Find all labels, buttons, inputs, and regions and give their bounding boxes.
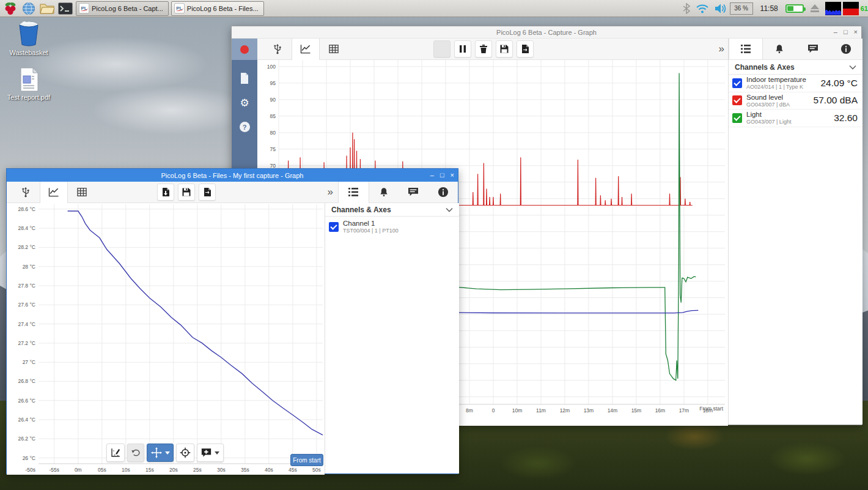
svg-text:26.2 °C: 26.2 °C <box>18 436 35 442</box>
battery-indicator[interactable] <box>785 4 804 13</box>
svg-text:26 °C: 26 °C <box>23 455 35 461</box>
volume-icon[interactable] <box>714 3 727 14</box>
tab-alarms[interactable] <box>763 39 796 59</box>
tab-notes[interactable] <box>399 182 428 203</box>
tab-info[interactable] <box>428 182 458 203</box>
files-window: PicoLog 6 Beta - Files - My first captur… <box>6 168 458 474</box>
bell-icon <box>774 43 785 54</box>
gear-icon[interactable]: ⚙ <box>240 98 249 108</box>
annotation-button[interactable] <box>197 444 224 462</box>
tab-devices[interactable] <box>12 182 40 203</box>
save-button[interactable] <box>496 40 513 58</box>
undo-icon <box>131 448 141 458</box>
svg-text:26.4 °C: 26.4 °C <box>18 417 35 423</box>
files-titlebar[interactable]: PicoLog 6 Beta - Files - My first captur… <box>7 169 458 182</box>
channel-row-sound-level[interactable]: Sound level GO043/007 | dBA 57.00 dBA <box>729 92 862 110</box>
edit-graph-button[interactable] <box>106 444 125 462</box>
tab-devices[interactable] <box>263 39 292 60</box>
taskbar-window-files[interactable]: PL PicoLog 6 Beta - Files... <box>171 1 264 16</box>
cpu-usage-indicator[interactable]: 36 % <box>730 2 753 15</box>
close-icon[interactable]: × <box>854 29 858 35</box>
file-manager-launcher[interactable] <box>39 1 55 16</box>
minimize-icon[interactable]: – <box>834 29 837 35</box>
channel-row-light[interactable]: Light GO043/007 | Light 32.60 <box>729 110 862 127</box>
channel-checkbox[interactable] <box>732 78 742 88</box>
tab-alarms[interactable] <box>369 182 399 203</box>
from-start-button[interactable]: From start <box>290 454 323 466</box>
clock[interactable]: 11:58 <box>760 4 778 13</box>
tab-graph[interactable] <box>40 182 68 203</box>
capture-titlebar[interactable]: PicoLog 6 Beta - Capture - Graph – □ × <box>232 26 861 39</box>
chevron-more-icon[interactable]: » <box>715 43 728 55</box>
tab-table[interactable] <box>68 182 96 203</box>
desktop-icon-wastebasket[interactable]: Wastebasket <box>1 20 56 56</box>
panel-header-label: Channels & Axes <box>331 206 391 214</box>
svg-text:35s: 35s <box>241 467 249 473</box>
channel-detail: GO043/007 | dBA <box>746 102 790 108</box>
raspberry-menu-icon[interactable] <box>2 1 18 16</box>
save-button[interactable] <box>178 184 195 201</box>
channel-row-channel-1[interactable]: Channel 1 TST00/004 | 1 | PT100 <box>325 217 459 236</box>
undo-button[interactable] <box>127 444 144 462</box>
svg-text:75: 75 <box>270 146 276 152</box>
minimize-icon[interactable]: – <box>430 172 434 179</box>
dropdown-caret-icon <box>165 451 170 455</box>
channel-row-indoor-temperature[interactable]: Indoor temperature AO024/014 | 1 | Type … <box>729 75 862 92</box>
zoom-target-button[interactable] <box>176 444 194 462</box>
pause-icon <box>458 45 467 53</box>
cpu-graph-trace <box>825 9 841 15</box>
channels-axes-header[interactable]: Channels & Axes <box>325 203 459 217</box>
terminal-launcher[interactable] <box>57 1 73 16</box>
tab-graph[interactable] <box>292 39 320 60</box>
record-button[interactable] <box>232 39 257 60</box>
channel-name: Indoor temperature <box>746 76 806 84</box>
cpu-graph-monitor[interactable] <box>825 2 841 15</box>
panel-tabs <box>338 182 458 203</box>
tab-channels[interactable] <box>729 39 763 59</box>
files-graph-area[interactable]: 28.6 °C28.4 °C28.2 °C28 °C27.8 °C27.6 °C… <box>7 203 325 475</box>
svg-text:10s: 10s <box>122 467 130 473</box>
network-graph-monitor[interactable] <box>843 2 859 15</box>
capture-side-panel: Channels & Axes Indoor temperature AO024… <box>728 39 862 425</box>
chevron-more-icon[interactable]: » <box>324 186 337 198</box>
svg-text:45s: 45s <box>289 467 297 473</box>
terminal-icon <box>58 2 73 15</box>
svg-text:85: 85 <box>270 113 276 119</box>
delete-button[interactable] <box>475 40 492 58</box>
tab-info[interactable] <box>829 39 862 59</box>
channel-checkbox[interactable] <box>732 113 742 123</box>
maximize-icon[interactable]: □ <box>440 172 444 179</box>
eject-icon[interactable] <box>810 4 820 13</box>
document-icon[interactable] <box>239 72 250 84</box>
tab-channels[interactable] <box>338 182 369 203</box>
maximize-icon[interactable]: □ <box>844 29 848 35</box>
close-icon[interactable]: × <box>451 172 454 179</box>
help-icon[interactable]: ? <box>240 122 250 132</box>
pan-mode-button[interactable] <box>147 444 174 462</box>
wifi-icon[interactable] <box>696 3 709 14</box>
channels-axes-header[interactable]: Channels & Axes <box>729 60 862 75</box>
files-chart[interactable]: 28.6 °C28.4 °C28.2 °C28 °C27.8 °C27.6 °C… <box>7 203 325 475</box>
svg-text:14m: 14m <box>608 407 618 414</box>
tab-table[interactable] <box>320 39 348 60</box>
taskbar-window-capture[interactable]: PL PicoLog 6 Beta - Capt... <box>76 1 169 16</box>
channel-checkbox[interactable] <box>732 95 742 105</box>
export-button[interactable] <box>517 40 534 58</box>
tab-notes[interactable] <box>796 39 829 59</box>
pause-button[interactable] <box>454 40 471 58</box>
desktop-icon-test-report[interactable]: Test report.pdf <box>1 67 56 101</box>
svg-text:10m: 10m <box>512 407 523 414</box>
open-file-button[interactable] <box>157 184 174 201</box>
channel-checkbox[interactable] <box>329 222 339 232</box>
export-button[interactable] <box>199 184 216 201</box>
channel-name: Sound level <box>746 94 790 102</box>
list-icon <box>740 44 751 54</box>
bluetooth-icon[interactable] <box>682 3 691 14</box>
web-browser-launcher[interactable] <box>21 1 37 16</box>
channel-detail: GO043/007 | Light <box>746 119 791 125</box>
taskbar: PL PicoLog 6 Beta - Capt... PL PicoLog 6… <box>0 0 868 17</box>
channel-name: Channel 1 <box>343 220 399 228</box>
network-rate-label: 61 <box>861 5 868 12</box>
raspberry-icon <box>4 2 17 15</box>
file-open-icon <box>161 187 171 197</box>
